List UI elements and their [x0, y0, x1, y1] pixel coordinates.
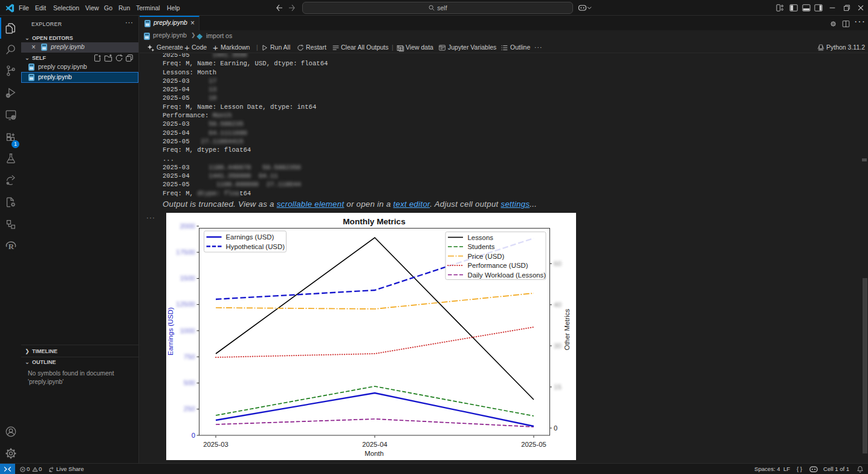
svg-text:R: R [8, 242, 15, 251]
